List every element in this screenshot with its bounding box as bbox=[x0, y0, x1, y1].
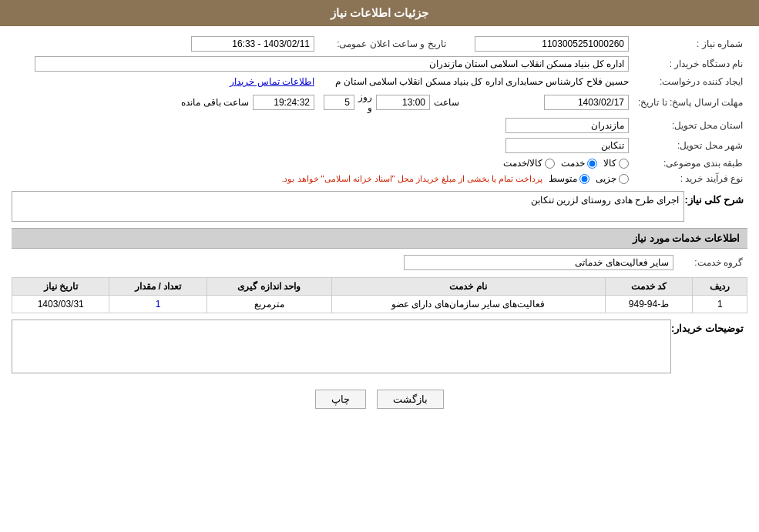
mohlat-saat-cell: ساعت روز و bbox=[319, 89, 464, 115]
shahr-input[interactable] bbox=[505, 138, 629, 153]
contact-info-link[interactable]: اطلاعات تماس خریدار bbox=[230, 76, 314, 87]
shahr-value bbox=[464, 136, 633, 156]
mohlat-label: مهلت ارسال پاسخ: تا تاریخ: bbox=[633, 89, 747, 115]
ostan-label: استان محل تحویل: bbox=[633, 115, 747, 136]
ostan-value bbox=[464, 115, 633, 136]
tosif-textarea[interactable] bbox=[12, 320, 671, 373]
ijad-link-cell: اطلاعات تماس خریدار bbox=[30, 74, 319, 89]
tabaqe-options: کالا خدمت کالا/خدمت bbox=[30, 156, 633, 171]
tabaqe-label: طبقه بندی موضوعی: bbox=[633, 156, 747, 171]
mohlat-rooz-input[interactable] bbox=[324, 95, 354, 110]
nooe-motavasset-option[interactable]: متوسط bbox=[549, 173, 589, 184]
page-title: جزئیات اطلاعات نیاز bbox=[331, 6, 428, 19]
ijad-value: حسین فلاح کارشناس حسابداری اداره کل بنیا… bbox=[319, 74, 633, 89]
tosif-content[interactable] bbox=[12, 320, 671, 376]
page-header: جزئیات اطلاعات نیاز bbox=[0, 0, 759, 26]
tarikh-value bbox=[30, 34, 319, 54]
gorooh-label: گروه خدمت: bbox=[678, 253, 747, 273]
cell-vahed: مترمربع bbox=[207, 296, 331, 313]
ijad-label: ایجاد کننده درخواست: bbox=[633, 74, 747, 89]
nooe-label: نوع فرآیند خرید : bbox=[633, 171, 747, 186]
cell-kod: ط-94-949 bbox=[605, 296, 693, 313]
shahr-label: شهر محل تحویل: bbox=[633, 136, 747, 156]
mohlat-saat-input[interactable] bbox=[376, 95, 430, 110]
shomara-niaz-input[interactable] bbox=[475, 36, 629, 52]
service-section-header: اطلاعات خدمات مورد نیاز bbox=[12, 228, 747, 249]
sharh-value: اجرای طرح هادی روستای لزرین تنکابن bbox=[531, 195, 680, 206]
cell-name: فعالیت‌های سایر سازمان‌های دارای عضو bbox=[331, 296, 605, 313]
nooe-jozii-option[interactable]: جزیی bbox=[596, 173, 629, 184]
col-tarikh: تاریخ نیاز bbox=[12, 278, 109, 296]
col-radif: ردیف bbox=[693, 278, 747, 296]
table-row: 1 ط-94-949 فعالیت‌های سایر سازمان‌های دا… bbox=[12, 296, 747, 313]
ostan-input[interactable] bbox=[505, 118, 629, 133]
gorooh-input[interactable] bbox=[404, 255, 673, 270]
col-kod: کد خدمت bbox=[605, 278, 693, 296]
shomara-niaz-label: شماره نیاز : bbox=[633, 34, 747, 54]
gorooh-value bbox=[12, 253, 678, 273]
col-vahed: واحد اندازه گیری bbox=[207, 278, 331, 296]
nam-dasgah-label: نام دستگاه خریدار : bbox=[633, 54, 747, 74]
col-tedad: تعداد / مقدار bbox=[109, 278, 207, 296]
cell-tedad: 1 bbox=[109, 296, 207, 313]
back-button[interactable]: بازگشت bbox=[377, 390, 444, 409]
button-bar: بازگشت چاپ bbox=[12, 382, 747, 417]
nam-dasgah-value bbox=[30, 54, 633, 74]
tabaqe-kala-khedmat-option[interactable]: کالا/خدمت bbox=[503, 158, 555, 169]
col-name: نام خدمت bbox=[331, 278, 605, 296]
nooe-options-cell: جزیی متوسط پرداخت تمام یا بخشی از مبلغ خ… bbox=[30, 171, 633, 186]
print-button[interactable]: چاپ bbox=[315, 390, 366, 409]
cell-tarikh: 1403/03/31 bbox=[12, 296, 109, 313]
mohlat-mande-input[interactable] bbox=[253, 95, 314, 110]
mohlat-date-input[interactable] bbox=[544, 95, 629, 110]
tosif-label: توضیحات خریدار: bbox=[671, 320, 747, 334]
tarikh-label: تاریخ و ساعت اعلان عمومی: bbox=[319, 34, 464, 54]
tarikh-input[interactable] bbox=[191, 36, 314, 52]
tabaqe-kala-option[interactable]: کالا bbox=[603, 158, 629, 169]
sharh-content: اجرای طرح هادی روستای لزرین تنکابن bbox=[12, 191, 684, 222]
mohlat-mande-cell: ساعت باقی مانده bbox=[30, 89, 319, 115]
service-table: ردیف کد خدمت نام خدمت واحد اندازه گیری ت… bbox=[12, 277, 747, 313]
mohlat-date-cell bbox=[464, 89, 633, 115]
nam-dasgah-input[interactable] bbox=[35, 56, 629, 72]
tabaqe-khedmat-option[interactable]: خدمت bbox=[561, 158, 597, 169]
sharh-label: شرح کلی نیاز: bbox=[684, 191, 747, 206]
cell-radif: 1 bbox=[693, 296, 747, 313]
nooe-note: پرداخت تمام یا بخشی از مبلغ خریداز محل "… bbox=[281, 174, 542, 184]
shomara-niaz-value bbox=[464, 34, 633, 54]
